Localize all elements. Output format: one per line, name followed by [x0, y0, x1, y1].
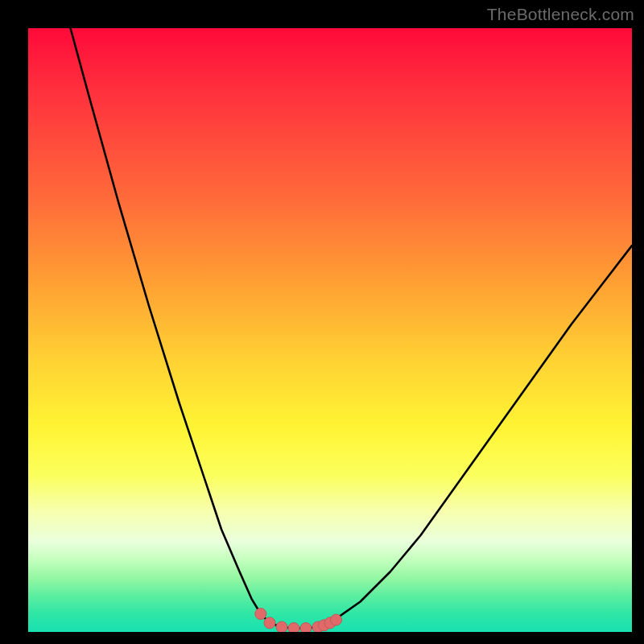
valley-marker	[288, 623, 299, 633]
valley-marker	[300, 623, 312, 633]
chart-frame: TheBottleneck.com	[0, 0, 644, 644]
watermark-text: TheBottleneck.com	[487, 5, 634, 24]
bottleneck-curve	[71, 28, 633, 629]
valley-marker	[255, 609, 266, 620]
valley-marker	[264, 617, 275, 629]
valley-markers-group	[255, 609, 342, 633]
chart-plot-area	[28, 28, 632, 632]
valley-marker	[331, 614, 342, 625]
valley-marker	[276, 621, 287, 632]
chart-svg	[28, 28, 632, 632]
